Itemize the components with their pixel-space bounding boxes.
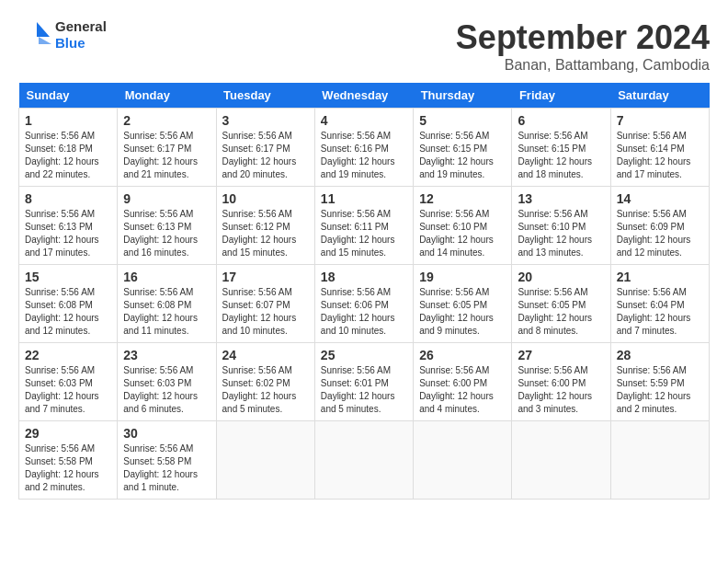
calendar-day: 13Sunrise: 5:56 AMSunset: 6:10 PMDayligh… [512, 187, 610, 265]
day-of-week-header: Monday [118, 83, 216, 109]
logo-general: General [55, 18, 107, 35]
calendar-day: 20Sunrise: 5:56 AMSunset: 6:05 PMDayligh… [512, 265, 610, 343]
calendar-day: 15Sunrise: 5:56 AMSunset: 6:08 PMDayligh… [19, 265, 118, 343]
day-of-week-header: Thursday [414, 83, 512, 109]
calendar-day: 7Sunrise: 5:56 AMSunset: 6:14 PMDaylight… [610, 109, 709, 187]
calendar-day: 24Sunrise: 5:56 AMSunset: 6:02 PMDayligh… [216, 343, 314, 421]
day-of-week-header: Wednesday [314, 83, 413, 109]
calendar-day: 14Sunrise: 5:56 AMSunset: 6:09 PMDayligh… [610, 187, 709, 265]
calendar-day [610, 421, 709, 500]
calendar-day: 29Sunrise: 5:56 AMSunset: 5:58 PMDayligh… [19, 421, 118, 500]
calendar-day: 8Sunrise: 5:56 AMSunset: 6:13 PMDaylight… [19, 187, 118, 265]
calendar-day: 9Sunrise: 5:56 AMSunset: 6:13 PMDaylight… [118, 187, 216, 265]
calendar-day: 17Sunrise: 5:56 AMSunset: 6:07 PMDayligh… [216, 265, 314, 343]
calendar-day: 2Sunrise: 5:56 AMSunset: 6:17 PMDaylight… [118, 109, 216, 187]
calendar-day: 19Sunrise: 5:56 AMSunset: 6:05 PMDayligh… [414, 265, 512, 343]
calendar-table: SundayMondayTuesdayWednesdayThursdayFrid… [18, 83, 710, 500]
calendar-day: 27Sunrise: 5:56 AMSunset: 6:00 PMDayligh… [512, 343, 610, 421]
logo-svg [18, 18, 51, 52]
calendar-day: 5Sunrise: 5:56 AMSunset: 6:15 PMDaylight… [414, 109, 512, 187]
day-of-week-header: Saturday [610, 83, 709, 109]
logo-blue: Blue [55, 35, 107, 52]
calendar-day: 12Sunrise: 5:56 AMSunset: 6:10 PMDayligh… [414, 187, 512, 265]
calendar-day: 3Sunrise: 5:56 AMSunset: 6:17 PMDaylight… [216, 109, 314, 187]
calendar-day: 10Sunrise: 5:56 AMSunset: 6:12 PMDayligh… [216, 187, 314, 265]
calendar-day: 11Sunrise: 5:56 AMSunset: 6:11 PMDayligh… [314, 187, 413, 265]
calendar-day: 23Sunrise: 5:56 AMSunset: 6:03 PMDayligh… [118, 343, 216, 421]
calendar-day: 1Sunrise: 5:56 AMSunset: 6:18 PMDaylight… [19, 109, 118, 187]
calendar-day: 28Sunrise: 5:56 AMSunset: 5:59 PMDayligh… [610, 343, 709, 421]
title-block: September 2024 Banan, Battambang, Cambod… [456, 18, 710, 74]
calendar-day [216, 421, 314, 500]
calendar-day: 22Sunrise: 5:56 AMSunset: 6:03 PMDayligh… [19, 343, 118, 421]
calendar-day: 6Sunrise: 5:56 AMSunset: 6:15 PMDaylight… [512, 109, 610, 187]
calendar-day [512, 421, 610, 500]
day-of-week-header: Sunday [19, 83, 118, 109]
month-title: September 2024 [456, 18, 710, 57]
calendar-day: 21Sunrise: 5:56 AMSunset: 6:04 PMDayligh… [610, 265, 709, 343]
logo: General Blue [18, 18, 107, 52]
calendar-day: 25Sunrise: 5:56 AMSunset: 6:01 PMDayligh… [314, 343, 413, 421]
calendar-day [314, 421, 413, 500]
calendar-day: 30Sunrise: 5:56 AMSunset: 5:58 PMDayligh… [118, 421, 216, 500]
calendar-day [414, 421, 512, 500]
location-subtitle: Banan, Battambang, Cambodia [456, 57, 710, 74]
calendar-day: 16Sunrise: 5:56 AMSunset: 6:08 PMDayligh… [118, 265, 216, 343]
calendar-day: 26Sunrise: 5:56 AMSunset: 6:00 PMDayligh… [414, 343, 512, 421]
calendar-day: 18Sunrise: 5:56 AMSunset: 6:06 PMDayligh… [314, 265, 413, 343]
calendar-day: 4Sunrise: 5:56 AMSunset: 6:16 PMDaylight… [314, 109, 413, 187]
day-of-week-header: Friday [512, 83, 610, 109]
day-of-week-header: Tuesday [216, 83, 314, 109]
page-header: General Blue September 2024 Banan, Batta… [18, 18, 710, 74]
